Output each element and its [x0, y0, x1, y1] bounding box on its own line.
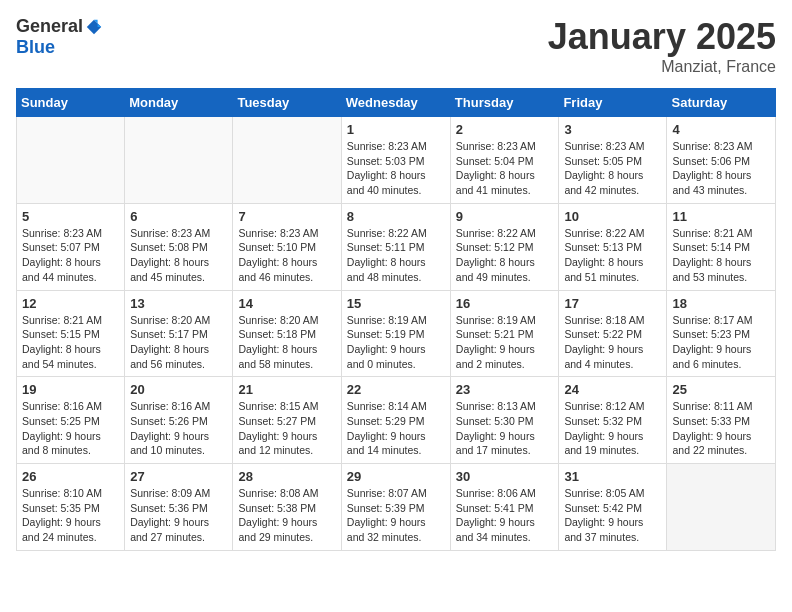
calendar-day-cell: 5Sunrise: 8:23 AM Sunset: 5:07 PM Daylig… [17, 203, 125, 290]
day-info: Sunrise: 8:07 AM Sunset: 5:39 PM Dayligh… [347, 486, 445, 545]
day-number: 24 [564, 382, 661, 397]
calendar-day-cell: 17Sunrise: 8:18 AM Sunset: 5:22 PM Dayli… [559, 290, 667, 377]
weekday-header: Monday [125, 89, 233, 117]
day-number: 10 [564, 209, 661, 224]
calendar-day-cell: 13Sunrise: 8:20 AM Sunset: 5:17 PM Dayli… [125, 290, 233, 377]
day-info: Sunrise: 8:19 AM Sunset: 5:21 PM Dayligh… [456, 313, 554, 372]
calendar-day-cell: 2Sunrise: 8:23 AM Sunset: 5:04 PM Daylig… [450, 117, 559, 204]
calendar-week-row: 26Sunrise: 8:10 AM Sunset: 5:35 PM Dayli… [17, 464, 776, 551]
calendar-day-cell: 9Sunrise: 8:22 AM Sunset: 5:12 PM Daylig… [450, 203, 559, 290]
calendar-day-cell: 29Sunrise: 8:07 AM Sunset: 5:39 PM Dayli… [341, 464, 450, 551]
day-number: 17 [564, 296, 661, 311]
weekday-header: Wednesday [341, 89, 450, 117]
calendar-day-cell: 21Sunrise: 8:15 AM Sunset: 5:27 PM Dayli… [233, 377, 341, 464]
day-info: Sunrise: 8:22 AM Sunset: 5:12 PM Dayligh… [456, 226, 554, 285]
title-area: January 2025 Manziat, France [548, 16, 776, 76]
day-number: 26 [22, 469, 119, 484]
day-number: 20 [130, 382, 227, 397]
weekday-header: Friday [559, 89, 667, 117]
day-number: 18 [672, 296, 770, 311]
header: General Blue January 2025 Manziat, Franc… [16, 16, 776, 76]
calendar-day-cell: 18Sunrise: 8:17 AM Sunset: 5:23 PM Dayli… [667, 290, 776, 377]
day-info: Sunrise: 8:22 AM Sunset: 5:11 PM Dayligh… [347, 226, 445, 285]
calendar-day-cell [233, 117, 341, 204]
calendar-day-cell: 1Sunrise: 8:23 AM Sunset: 5:03 PM Daylig… [341, 117, 450, 204]
calendar-day-cell [667, 464, 776, 551]
calendar-day-cell: 6Sunrise: 8:23 AM Sunset: 5:08 PM Daylig… [125, 203, 233, 290]
calendar-day-cell: 24Sunrise: 8:12 AM Sunset: 5:32 PM Dayli… [559, 377, 667, 464]
calendar-day-cell: 27Sunrise: 8:09 AM Sunset: 5:36 PM Dayli… [125, 464, 233, 551]
day-info: Sunrise: 8:05 AM Sunset: 5:42 PM Dayligh… [564, 486, 661, 545]
day-info: Sunrise: 8:09 AM Sunset: 5:36 PM Dayligh… [130, 486, 227, 545]
day-info: Sunrise: 8:06 AM Sunset: 5:41 PM Dayligh… [456, 486, 554, 545]
day-info: Sunrise: 8:16 AM Sunset: 5:26 PM Dayligh… [130, 399, 227, 458]
day-number: 8 [347, 209, 445, 224]
day-info: Sunrise: 8:20 AM Sunset: 5:17 PM Dayligh… [130, 313, 227, 372]
calendar-day-cell: 15Sunrise: 8:19 AM Sunset: 5:19 PM Dayli… [341, 290, 450, 377]
day-number: 12 [22, 296, 119, 311]
day-info: Sunrise: 8:23 AM Sunset: 5:08 PM Dayligh… [130, 226, 227, 285]
calendar-day-cell: 8Sunrise: 8:22 AM Sunset: 5:11 PM Daylig… [341, 203, 450, 290]
calendar-day-cell: 3Sunrise: 8:23 AM Sunset: 5:05 PM Daylig… [559, 117, 667, 204]
logo-general-text: General [16, 16, 83, 37]
day-number: 7 [238, 209, 335, 224]
calendar-day-cell: 7Sunrise: 8:23 AM Sunset: 5:10 PM Daylig… [233, 203, 341, 290]
day-info: Sunrise: 8:19 AM Sunset: 5:19 PM Dayligh… [347, 313, 445, 372]
day-number: 27 [130, 469, 227, 484]
day-number: 13 [130, 296, 227, 311]
day-number: 1 [347, 122, 445, 137]
day-info: Sunrise: 8:23 AM Sunset: 5:07 PM Dayligh… [22, 226, 119, 285]
day-number: 23 [456, 382, 554, 397]
day-number: 11 [672, 209, 770, 224]
weekday-header: Saturday [667, 89, 776, 117]
day-info: Sunrise: 8:23 AM Sunset: 5:04 PM Dayligh… [456, 139, 554, 198]
weekday-header: Tuesday [233, 89, 341, 117]
day-info: Sunrise: 8:17 AM Sunset: 5:23 PM Dayligh… [672, 313, 770, 372]
day-number: 5 [22, 209, 119, 224]
day-info: Sunrise: 8:21 AM Sunset: 5:14 PM Dayligh… [672, 226, 770, 285]
day-number: 16 [456, 296, 554, 311]
day-number: 4 [672, 122, 770, 137]
day-number: 29 [347, 469, 445, 484]
calendar-day-cell: 30Sunrise: 8:06 AM Sunset: 5:41 PM Dayli… [450, 464, 559, 551]
calendar-day-cell: 4Sunrise: 8:23 AM Sunset: 5:06 PM Daylig… [667, 117, 776, 204]
month-title: January 2025 [548, 16, 776, 58]
calendar-day-cell: 19Sunrise: 8:16 AM Sunset: 5:25 PM Dayli… [17, 377, 125, 464]
day-number: 15 [347, 296, 445, 311]
day-info: Sunrise: 8:10 AM Sunset: 5:35 PM Dayligh… [22, 486, 119, 545]
calendar-day-cell: 11Sunrise: 8:21 AM Sunset: 5:14 PM Dayli… [667, 203, 776, 290]
day-info: Sunrise: 8:23 AM Sunset: 5:06 PM Dayligh… [672, 139, 770, 198]
day-number: 9 [456, 209, 554, 224]
day-number: 25 [672, 382, 770, 397]
logo: General Blue [16, 16, 103, 58]
day-info: Sunrise: 8:16 AM Sunset: 5:25 PM Dayligh… [22, 399, 119, 458]
day-number: 6 [130, 209, 227, 224]
day-number: 14 [238, 296, 335, 311]
day-number: 21 [238, 382, 335, 397]
day-info: Sunrise: 8:20 AM Sunset: 5:18 PM Dayligh… [238, 313, 335, 372]
location-subtitle: Manziat, France [548, 58, 776, 76]
day-info: Sunrise: 8:14 AM Sunset: 5:29 PM Dayligh… [347, 399, 445, 458]
day-info: Sunrise: 8:21 AM Sunset: 5:15 PM Dayligh… [22, 313, 119, 372]
calendar-week-row: 5Sunrise: 8:23 AM Sunset: 5:07 PM Daylig… [17, 203, 776, 290]
day-number: 3 [564, 122, 661, 137]
day-info: Sunrise: 8:23 AM Sunset: 5:10 PM Dayligh… [238, 226, 335, 285]
calendar-day-cell: 28Sunrise: 8:08 AM Sunset: 5:38 PM Dayli… [233, 464, 341, 551]
day-info: Sunrise: 8:23 AM Sunset: 5:03 PM Dayligh… [347, 139, 445, 198]
day-info: Sunrise: 8:13 AM Sunset: 5:30 PM Dayligh… [456, 399, 554, 458]
calendar-day-cell: 16Sunrise: 8:19 AM Sunset: 5:21 PM Dayli… [450, 290, 559, 377]
calendar-day-cell: 14Sunrise: 8:20 AM Sunset: 5:18 PM Dayli… [233, 290, 341, 377]
day-info: Sunrise: 8:08 AM Sunset: 5:38 PM Dayligh… [238, 486, 335, 545]
calendar: SundayMondayTuesdayWednesdayThursdayFrid… [16, 88, 776, 551]
calendar-day-cell: 10Sunrise: 8:22 AM Sunset: 5:13 PM Dayli… [559, 203, 667, 290]
day-info: Sunrise: 8:23 AM Sunset: 5:05 PM Dayligh… [564, 139, 661, 198]
day-info: Sunrise: 8:22 AM Sunset: 5:13 PM Dayligh… [564, 226, 661, 285]
calendar-day-cell: 12Sunrise: 8:21 AM Sunset: 5:15 PM Dayli… [17, 290, 125, 377]
weekday-header: Thursday [450, 89, 559, 117]
calendar-day-cell [125, 117, 233, 204]
calendar-day-cell: 31Sunrise: 8:05 AM Sunset: 5:42 PM Dayli… [559, 464, 667, 551]
logo-icon [85, 18, 103, 36]
calendar-day-cell [17, 117, 125, 204]
day-info: Sunrise: 8:12 AM Sunset: 5:32 PM Dayligh… [564, 399, 661, 458]
day-info: Sunrise: 8:15 AM Sunset: 5:27 PM Dayligh… [238, 399, 335, 458]
